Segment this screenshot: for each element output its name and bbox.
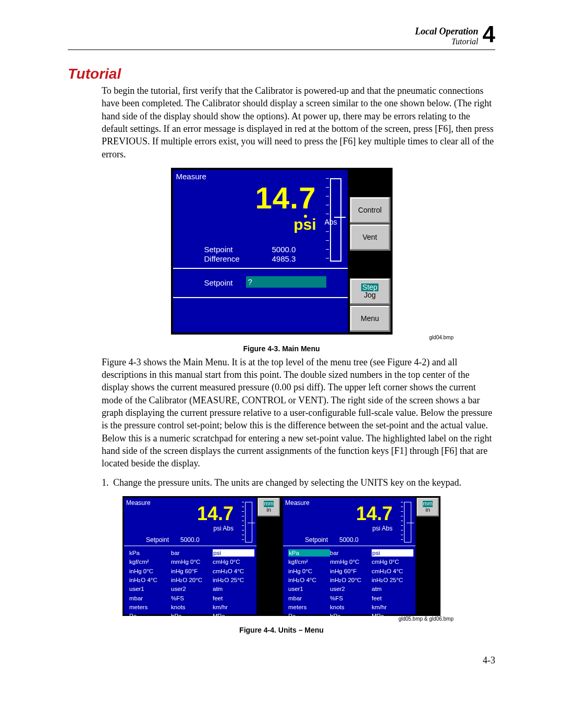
f6-button-blank[interactable] bbox=[417, 595, 439, 613]
f5-button-blank[interactable] bbox=[417, 575, 439, 594]
unit-option[interactable]: inHg 60°F bbox=[171, 567, 213, 575]
header-title: Local Operation bbox=[415, 26, 479, 37]
bargraph-tick-icon-sm bbox=[407, 523, 414, 524]
unit-option[interactable]: knots bbox=[171, 603, 213, 611]
unit-option[interactable]: user2 bbox=[171, 585, 213, 593]
figure-4-4: Measure 14.7 psi Abs Setpoint 5000.0 kPa… bbox=[68, 496, 495, 616]
figure-4-3: Measure 14.7 psi Abs Setpoint 5000.0 Dif… bbox=[68, 168, 495, 353]
unit-option[interactable]: mmHg 0°C bbox=[171, 558, 213, 565]
scratchpad-input[interactable]: ? bbox=[246, 276, 326, 288]
unit-option[interactable]: user1 bbox=[288, 585, 330, 593]
chapter-number: 4 bbox=[483, 24, 495, 45]
difference-label: Difference bbox=[204, 254, 240, 263]
unit-option[interactable]: meters bbox=[129, 603, 171, 611]
unit-option[interactable]: kgf/cm² bbox=[129, 558, 171, 565]
unit-option[interactable]: hPa bbox=[171, 612, 213, 620]
unit-option[interactable]: atm bbox=[213, 585, 254, 593]
f5-button-step-jog[interactable]: Step Jog bbox=[350, 278, 390, 305]
f4-button[interactable] bbox=[350, 251, 390, 278]
unit-option[interactable]: %FS bbox=[330, 595, 372, 602]
unit-option[interactable]: kgf/cm² bbox=[288, 558, 330, 565]
unit-option[interactable]: MPa bbox=[372, 612, 413, 620]
header-subtitle: Tutorial bbox=[415, 37, 479, 46]
function-keys-sm-right: mmin bbox=[416, 496, 440, 616]
f1-button-mm-in[interactable]: mmin bbox=[417, 498, 439, 516]
lcd-screen-right: Measure 14.7 psi Abs Setpoint 5000.0 kPa… bbox=[283, 498, 415, 614]
unit-option[interactable]: Pa bbox=[288, 612, 330, 620]
step-number: 1. bbox=[102, 476, 113, 489]
unit-option[interactable]: inH₂O 25°C bbox=[372, 576, 413, 584]
mode-label: Measure bbox=[176, 172, 206, 181]
setpoint-label-sm: Setpoint bbox=[146, 536, 169, 544]
unit-option[interactable]: knots bbox=[330, 603, 372, 611]
unit-option[interactable]: MPa bbox=[213, 612, 254, 620]
unit-option[interactable]: %FS bbox=[171, 595, 213, 602]
unit-option[interactable]: inH₂O 20°C bbox=[330, 576, 372, 584]
pressure-reading-sm: 14.7 bbox=[197, 503, 234, 525]
bargraph-scale-icon-sm bbox=[242, 502, 244, 542]
unit-option[interactable]: mmHg 0°C bbox=[330, 558, 372, 565]
f3-button-blank[interactable] bbox=[417, 536, 439, 555]
unit-option[interactable]: hPa bbox=[330, 612, 372, 620]
step-1-text: Change the pressure units. The units are… bbox=[113, 477, 461, 488]
units-grid-left[interactable]: kPabarpsikgf/cm²mmHg 0°CcmHg 0°CinHg 0°C… bbox=[124, 546, 256, 622]
unit-option[interactable]: cmHg 0°C bbox=[213, 558, 254, 565]
unit-option[interactable]: inH₂O 4°C bbox=[288, 576, 330, 584]
f1-button[interactable] bbox=[350, 170, 390, 196]
unit-option[interactable]: user2 bbox=[330, 585, 372, 593]
f1-button-mm-in[interactable]: mmin bbox=[258, 498, 280, 516]
unit-option[interactable]: inH₂O 20°C bbox=[171, 576, 213, 584]
f5-button-blank[interactable] bbox=[258, 575, 280, 594]
step-list: 1.Change the pressure units. The units a… bbox=[102, 476, 495, 489]
unit-option[interactable]: inHg 0°C bbox=[288, 567, 330, 575]
bargraph-scale-icon bbox=[326, 178, 329, 262]
bargraph-tick-icon-sm bbox=[248, 523, 255, 524]
unit-option[interactable]: cmHg 0°C bbox=[372, 558, 413, 565]
unit-option[interactable]: user1 bbox=[129, 585, 171, 593]
unit-option[interactable]: Pa bbox=[129, 612, 171, 620]
unit-option[interactable]: cmH₂O 4°C bbox=[213, 567, 254, 575]
unit-option[interactable]: km/hr bbox=[213, 603, 254, 611]
f2-button-control[interactable]: Control bbox=[350, 197, 390, 224]
unit-option[interactable]: kPa bbox=[129, 549, 171, 557]
f3-button-vent[interactable]: Vent bbox=[350, 224, 390, 251]
bargraph-scale-icon-sm bbox=[401, 502, 403, 542]
device-units-left: Measure 14.7 psi Abs Setpoint 5000.0 kPa… bbox=[123, 496, 282, 616]
setpoint-value-sm: 5000.0 bbox=[180, 536, 200, 544]
units-grid-right[interactable]: kPabarpsikgf/cm²mmHg 0°CcmHg 0°CinHg 0°C… bbox=[283, 546, 415, 622]
unit-option[interactable]: inH₂O 25°C bbox=[213, 576, 254, 584]
device-units-right: Measure 14.7 psi Abs Setpoint 5000.0 kPa… bbox=[282, 496, 440, 616]
difference-value: 4985.3 bbox=[272, 254, 296, 263]
unit-option[interactable]: inHg 60°F bbox=[330, 567, 372, 575]
unit-option[interactable]: psi bbox=[213, 549, 254, 557]
f3-button-blank[interactable] bbox=[258, 536, 280, 555]
image-id-43: gld04.bmp bbox=[109, 335, 454, 340]
unit-option[interactable]: mbar bbox=[129, 595, 171, 602]
lcd-screen: Measure 14.7 psi Abs Setpoint 5000.0 Dif… bbox=[173, 170, 348, 332]
explanation-paragraph: Figure 4-3 shows the Main Menu. It is at… bbox=[102, 356, 495, 470]
unit-option[interactable]: bar bbox=[171, 549, 213, 557]
unit-option[interactable]: feet bbox=[213, 595, 254, 602]
f4-button-blank[interactable] bbox=[417, 556, 439, 575]
unit-option[interactable]: inH₂O 4°C bbox=[129, 576, 171, 584]
f2-button-blank[interactable] bbox=[417, 517, 439, 536]
pressure-unit-sm: psi Abs bbox=[372, 525, 393, 532]
unit-option[interactable]: cmH₂O 4°C bbox=[372, 567, 413, 575]
unit-option[interactable]: kPa bbox=[288, 549, 330, 557]
f6-button-blank[interactable] bbox=[258, 595, 280, 613]
unit-option[interactable]: psi bbox=[372, 549, 413, 557]
f2-button-blank[interactable] bbox=[258, 517, 280, 536]
unit-option[interactable]: meters bbox=[288, 603, 330, 611]
pressure-unit-sm: psi Abs bbox=[213, 525, 234, 532]
unit-option[interactable]: bar bbox=[330, 549, 372, 557]
unit-option[interactable]: atm bbox=[372, 585, 413, 593]
unit-option[interactable]: feet bbox=[372, 595, 413, 602]
unit-option[interactable]: mbar bbox=[288, 595, 330, 602]
intro-paragraph: To begin the tutorial, first verify that… bbox=[102, 84, 495, 161]
bargraph-icon-sm bbox=[404, 502, 411, 542]
mode-label-sm: Measure bbox=[285, 499, 310, 507]
unit-option[interactable]: inHg 0°C bbox=[129, 567, 171, 575]
unit-option[interactable]: km/hr bbox=[372, 603, 413, 611]
f4-button-blank[interactable] bbox=[258, 556, 280, 575]
f6-button-menu[interactable]: Menu bbox=[350, 305, 390, 332]
